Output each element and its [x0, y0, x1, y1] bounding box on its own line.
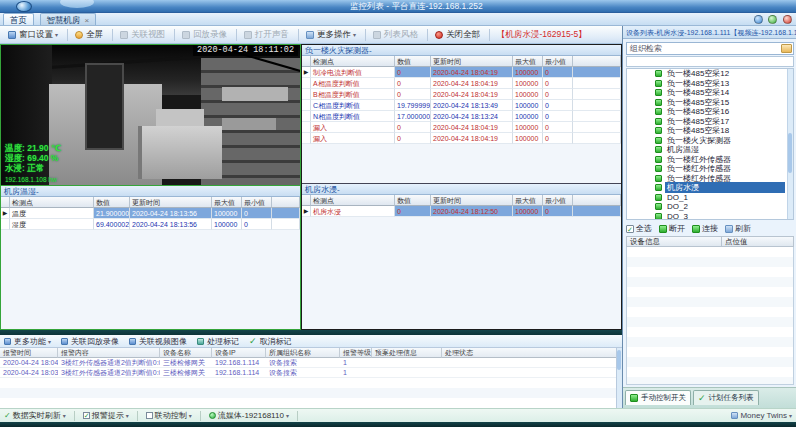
tree-item-label: 机房水浸	[665, 182, 785, 193]
teal-square-icon	[197, 338, 204, 345]
linked-video-button[interactable]: 关联视频图像	[129, 336, 187, 347]
table-row[interactable]: A相温度判断值02020-04-24 18:04:191000000	[302, 78, 621, 89]
cell-filler	[573, 67, 621, 78]
cell-value: 19.799999	[395, 100, 431, 111]
device-icon	[655, 108, 662, 115]
table-row[interactable]: 湿度69.4000022020-04-24 18:13:561000000	[1, 219, 300, 230]
green-check-icon: ✓	[249, 338, 257, 345]
cell-value: 0	[395, 89, 431, 100]
close-button[interactable]	[783, 15, 792, 24]
money-twins-menu[interactable]: Money Twins▾	[731, 411, 792, 420]
more-functions-button[interactable]: 更多功能▾	[4, 336, 51, 347]
tree-item[interactable]: DO_2	[627, 202, 793, 212]
cell-filler	[573, 111, 621, 122]
mark-handled-button[interactable]: 处理标记	[197, 336, 239, 347]
minimize-button[interactable]	[754, 15, 763, 24]
detector-group: 负一楼火灾探测器-检测点数值更新时间最大值最小值▶制冷电流判断值02020-04…	[301, 44, 622, 330]
stream-media-toggle[interactable]: 流媒体-192168110▾	[209, 410, 289, 421]
tab-home[interactable]: 首页	[3, 13, 34, 25]
data-grid: 检测点数值更新时间最大值最小值▶制冷电流判断值02020-04-24 18:04…	[302, 56, 621, 144]
linkage-control-toggle[interactable]: 联动控制▾	[146, 410, 192, 421]
cell-value: 0	[395, 78, 431, 89]
close-all-button[interactable]: 关闭全部	[431, 28, 484, 42]
linked-playback-button[interactable]: 关联回放录像	[61, 336, 119, 347]
maximize-button[interactable]	[768, 15, 777, 24]
disconnect-button[interactable]: 断开	[659, 223, 685, 234]
search-input[interactable]	[626, 56, 794, 67]
cell-value: 0	[543, 67, 573, 78]
tab-task-list[interactable]: ✓计划任务列表	[693, 390, 759, 405]
fullscreen-button[interactable]: 全屏	[71, 28, 107, 42]
column-header: 点位值	[722, 236, 794, 247]
cell-value: 2020-04-24 18:12:50	[431, 206, 513, 217]
chevron-down-icon: ▾	[353, 31, 356, 38]
alarm-cell: 三楼检修网关	[160, 358, 212, 368]
select-all-button[interactable]: ✓全选	[626, 223, 652, 234]
cell-filler	[573, 78, 621, 89]
chevron-down-icon: ▾	[286, 412, 289, 419]
column-header: 数值	[395, 56, 431, 67]
camera-view[interactable]: 2020-04-24 18:11:02 温度: 21.90 ℃湿度: 69.40…	[1, 45, 300, 185]
device-info-header: 设备信息点位值	[626, 236, 794, 247]
connect-button[interactable]: 连接	[692, 223, 718, 234]
separator	[137, 411, 138, 421]
alarm-row[interactable]: 2020-04-24 18:03:423楼红外传感器通道2值判断值0:0.000…	[0, 368, 622, 378]
refresh-icon	[725, 225, 733, 233]
table-row[interactable]: 漏入02020-04-24 18:04:191000000	[302, 133, 621, 144]
tab-close-icon[interactable]: ×	[85, 16, 90, 25]
table-row[interactable]: C相温度判断值19.7999992020-04-24 18:13:4910000…	[302, 100, 621, 111]
alarm-hint-toggle[interactable]: ✓报警提示▾	[83, 410, 129, 421]
window-settings-button[interactable]: 窗口设置▾	[4, 28, 62, 42]
tab-bar: 首页 智慧机房×	[0, 13, 796, 26]
tree-item[interactable]: 机房水浸	[627, 183, 793, 193]
chevron-down-icon: ▾	[189, 412, 192, 419]
cell-value: 21.900000	[94, 208, 130, 219]
scrollbar-thumb[interactable]	[617, 350, 621, 370]
row-indicator	[302, 122, 311, 133]
more-functions-label: 更多功能	[14, 336, 46, 347]
money-twins-label: Money Twins	[740, 411, 787, 420]
list-style-button: 列表风格	[369, 28, 422, 42]
tab-home-label: 首页	[10, 15, 27, 25]
scrollbar-thumb[interactable]	[788, 133, 792, 173]
tree-item[interactable]: 负一楼火灾探测器	[627, 136, 793, 146]
cancel-mark-button[interactable]: ✓取消标记	[249, 336, 292, 347]
alarm-cell: 三楼检修网关	[160, 368, 212, 378]
panel-fire-detector: 负一楼火灾探测器-检测点数值更新时间最大值最小值▶制冷电流判断值02020-04…	[302, 45, 621, 183]
table-row[interactable]: ▶制冷电流判断值02020-04-24 18:04:191000000	[302, 67, 621, 78]
table-row[interactable]: B相温度判断值02020-04-24 18:04:191000000	[302, 89, 621, 100]
tab-manual-control[interactable]: 手动控制开关	[625, 390, 691, 405]
cell-value: 0	[395, 133, 431, 144]
device-icon	[655, 118, 662, 125]
refresh-button[interactable]: 刷新	[725, 223, 751, 234]
tree-item[interactable]: DO_3	[627, 212, 793, 221]
cell-value: 2020-04-24 18:04:19	[431, 89, 513, 100]
device-panel-tabs: 手动控制开关✓计划任务列表	[623, 387, 796, 408]
org-search-box[interactable]: 组织检索	[626, 42, 794, 55]
table-row[interactable]: 漏入02020-04-24 18:04:191000000	[302, 122, 621, 133]
alarm-cell	[442, 358, 622, 368]
tree-scrollbar[interactable]	[787, 69, 793, 219]
tab-smart-room[interactable]: 智慧机房×	[40, 13, 97, 25]
alarm-row[interactable]: 2020-04-24 18:04:313楼红外传感器通道2值判断值0:0.000…	[0, 358, 622, 368]
column-header: 更新时间	[431, 195, 513, 206]
more-actions-button[interactable]: 更多操作▾	[302, 28, 360, 42]
cell-value: 0	[395, 122, 431, 133]
table-row[interactable]: ▶温度21.9000002020-04-24 18:13:561000000	[1, 208, 300, 219]
cell-value: 0	[395, 67, 431, 78]
search-icon[interactable]	[781, 44, 792, 53]
tree-item[interactable]: DO_1	[627, 193, 793, 203]
device-tree: 负一楼485空采12负一楼485空采13负一楼485空采14负一楼485空采15…	[626, 68, 794, 220]
column-header: 检测点	[311, 195, 395, 206]
alarm-cell: 2020-04-24 18:04:31	[0, 358, 58, 368]
more-actions-icon	[306, 31, 314, 39]
cell-value: 100000	[513, 111, 543, 122]
realtime-refresh-toggle[interactable]: ✓数据实时刷新▾	[4, 410, 66, 421]
table-row[interactable]: ▶机房水浸02020-04-24 18:12:501000000	[302, 206, 621, 217]
separator	[200, 411, 201, 421]
status-bar: ✓数据实时刷新▾✓报警提示▾联动控制▾流媒体-192168110▾Money T…	[0, 408, 796, 422]
select-all-label: 全选	[636, 223, 652, 234]
cell-name: N相温度判断值	[311, 111, 395, 122]
table-row[interactable]: N相温度判断值17.0000002020-04-24 18:13:2410000…	[302, 111, 621, 122]
device-icon	[655, 203, 662, 210]
